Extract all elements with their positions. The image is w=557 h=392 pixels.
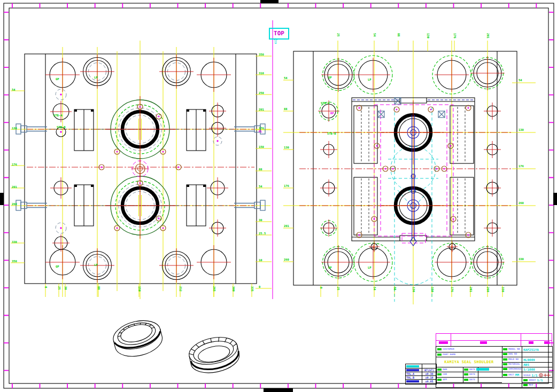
tb-partname-row: PART NAME — [437, 353, 455, 356]
tb-material-value: ABS — [523, 363, 529, 366]
tb-sign-date: DATE — [464, 378, 475, 381]
tb-modelno-row: MODEL NO — [503, 348, 520, 350]
tb-rev-row: REV △ — [523, 383, 536, 387]
sprue-center — [131, 160, 149, 177]
stamp-box — [437, 354, 442, 356]
tb-sheet-label: SHEET — [529, 379, 536, 381]
tb-dwgno-label: DWG NO — [508, 352, 517, 355]
tb-moldno-row: MOLD NO — [503, 358, 519, 360]
tb-unit-row: UNIT MM — [503, 373, 519, 377]
tb-sheet-value: 1/1 — [537, 378, 543, 382]
tb-dwn-label: DWN — [443, 368, 447, 371]
tb-sign-row: DWN — [437, 368, 447, 371]
tol-label: TOL.B — [406, 375, 422, 379]
tb-dwgno-row: DWG NO — [503, 352, 517, 355]
right-view-drawing — [283, 41, 536, 304]
tb-date-label: DATE — [469, 368, 475, 371]
top-view-marker: TOP — [269, 28, 289, 40]
up-arrow-icon: ⇧ — [273, 35, 278, 45]
tb-chk-label: CHK — [443, 373, 447, 375]
tolerance-table: H7(h7) TOL.A±0.30 TOL.B±0.10 ±0.05 — [405, 364, 437, 385]
tb-scale-label: SCALE — [523, 374, 531, 377]
tb-date-label: DATE — [469, 378, 475, 381]
tb-moldno-value: HL9009 — [523, 358, 535, 362]
tb-unit-value: MM — [515, 373, 519, 377]
centering-mark-right — [553, 193, 557, 205]
tb-shrinkage-value: 5/1000 — [523, 367, 535, 371]
title-block: CUSTOMER PART NAME KAMIYA SEAL SHOULDER … — [436, 333, 552, 387]
tol-value: ±0.30 — [422, 372, 436, 375]
tol-value: H7(h7) — [422, 368, 436, 372]
cavity-ring-lower — [100, 173, 180, 239]
tol-value: ±0.10 — [422, 375, 436, 379]
tb-customer-label: CUSTOMER — [443, 348, 454, 350]
drawing-sheet: TOP ⇧ GPLPSTB-ASTB-BGPLP5413017620126033… — [0, 0, 557, 392]
tb-scale-value: 1/1 — [532, 373, 538, 377]
centering-mark-left — [0, 193, 4, 205]
tb-sign-row: APP — [437, 378, 447, 381]
tb-partname-label: PART NAME — [443, 353, 455, 356]
tb-customer-row: CUSTOMER — [437, 348, 454, 350]
stamp-box — [437, 348, 442, 350]
tb-rev-label: REV — [529, 383, 533, 386]
tb-modelno-value: KAP251YA — [523, 348, 539, 351]
tb-shrinkage-row: SHRINKAGE — [503, 367, 521, 370]
tol-bar — [406, 365, 419, 367]
tb-material-row: MATERIAL — [503, 363, 520, 365]
revision-band — [436, 333, 552, 347]
projection-symbol-icon — [538, 373, 551, 378]
tb-unit-label: UNIT — [508, 373, 514, 376]
centering-mark-top — [260, 0, 278, 3]
cavity-ring-upper — [100, 96, 180, 162]
tb-sign-date: DATE — [464, 368, 489, 371]
tb-sign-row: CHK — [437, 373, 447, 375]
centering-mark-bottom — [264, 388, 293, 392]
part-iso-right — [187, 333, 242, 377]
part-iso-left — [110, 316, 165, 361]
tol-value: ±0.05 — [422, 379, 436, 383]
tb-material-label: MATERIAL — [508, 363, 520, 365]
tb-sheet-row: SHEET 1/1 — [523, 378, 543, 382]
tb-part-title: KAMIYA SEAL SHOULDER — [436, 357, 502, 366]
tb-shrinkage-label: SHRINKAGE — [508, 367, 521, 370]
tb-rev-value: △ — [534, 383, 536, 387]
left-view-drawing — [11, 20, 273, 299]
signature-mark — [476, 368, 489, 371]
tb-scale-row: SCALE 1/1 — [523, 373, 551, 378]
tb-sign-date: DATE — [464, 373, 475, 375]
title-block-table: CUSTOMER PART NAME KAMIYA SEAL SHOULDER … — [436, 346, 553, 388]
tol-bar — [406, 369, 419, 371]
tb-date-label: DATE — [469, 373, 475, 375]
tol-label: TOL.A — [406, 372, 422, 375]
tol-value — [422, 364, 436, 368]
tb-modelno-label: MODEL NO — [508, 348, 520, 350]
tb-app-label: APP — [443, 378, 447, 381]
tol-bar — [406, 380, 419, 382]
tb-moldno-label: MOLD NO — [508, 358, 519, 360]
